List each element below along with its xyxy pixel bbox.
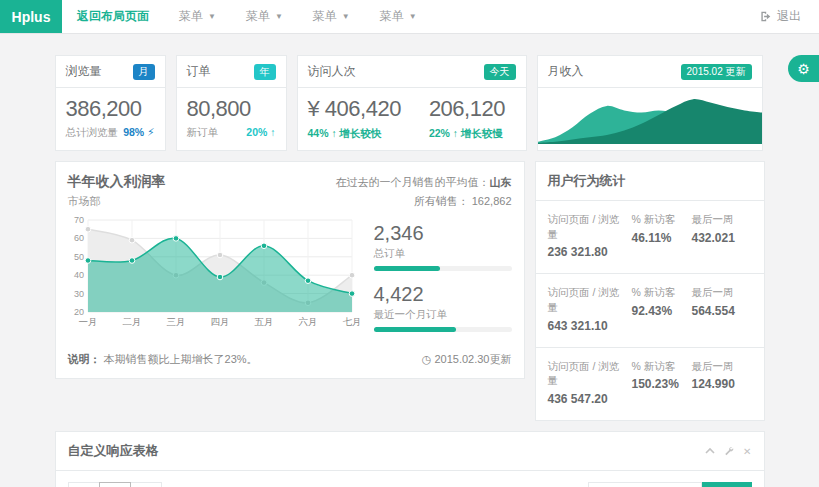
chevron-down-icon: ▼ bbox=[342, 13, 350, 21]
svg-text:六月: 六月 bbox=[298, 316, 317, 327]
table-panel-title: 自定义响应表格 bbox=[68, 442, 159, 460]
search-button[interactable]: 搜索 bbox=[702, 482, 752, 487]
nav-menu-3-label: 菜单 bbox=[313, 8, 337, 25]
row1-col1-value: 236 321.80 bbox=[548, 245, 626, 259]
chevron-down-icon: ▼ bbox=[409, 13, 417, 21]
page-content: 浏览量 月 386,200 总计浏览量 98% ⚡ 订单 年 80,800 新订… bbox=[55, 34, 765, 487]
row2-col1-value: 643 321.10 bbox=[548, 319, 626, 333]
row3-col1-label: 访问页面 / 浏览量 bbox=[548, 359, 626, 388]
chevron-down-icon: ▼ bbox=[275, 13, 283, 21]
svg-text:二月: 二月 bbox=[122, 316, 141, 327]
row2-col2-label: % 新访客 bbox=[632, 285, 692, 300]
collapse-icon[interactable] bbox=[705, 446, 715, 456]
user-stats-panel: 用户行为统计 访问页面 / 浏览量 236 321.80 % 新访客 46.11… bbox=[535, 161, 765, 421]
total-orders-value: 2,346 bbox=[374, 222, 512, 245]
total-orders-label: 总订单 bbox=[374, 247, 512, 261]
orders-delta: 20% bbox=[246, 126, 267, 138]
visits-right-delta: 22% bbox=[429, 127, 450, 139]
revenue-panel-title: 半年收入利润率 bbox=[68, 173, 166, 191]
card-pageviews: 浏览量 月 386,200 总计浏览量 98% ⚡ bbox=[55, 55, 166, 151]
brand-logo[interactable]: Hplus bbox=[0, 0, 62, 33]
top-navbar: Hplus 返回布局页面 菜单▼ 菜单▼ 菜单▼ 菜单▼ 退出 bbox=[0, 0, 819, 34]
card-orders-badge: 年 bbox=[254, 64, 276, 80]
row3-col3-value: 124.990 bbox=[692, 377, 752, 391]
monthly-income-area-chart bbox=[538, 88, 762, 144]
revenue-panel: 半年收入利润率 市场部 在过去的一个月销售的平均值：山东 所有销售： 162,8… bbox=[55, 161, 525, 379]
svg-text:30: 30 bbox=[73, 289, 83, 299]
pageviews-delta: 98% bbox=[123, 126, 144, 138]
nav-menu-1-label: 菜单 bbox=[179, 8, 203, 25]
visits-right-note: 增长较慢 bbox=[461, 127, 503, 139]
logout-link[interactable]: 退出 bbox=[742, 0, 819, 33]
orders-footnote: 新订单 bbox=[187, 126, 219, 140]
svg-text:40: 40 bbox=[73, 271, 83, 281]
wrench-icon[interactable] bbox=[724, 446, 734, 456]
month-orders-value: 4,422 bbox=[374, 283, 512, 306]
card-orders: 订单 年 80,800 新订单 20% ↑ bbox=[176, 55, 287, 151]
card-monthly-income-title: 月收入 bbox=[548, 63, 584, 80]
period-tab-group: 天 周 月 bbox=[68, 482, 162, 487]
row1-col1-label: 访问页面 / 浏览量 bbox=[548, 212, 626, 241]
gear-icon: ⚙ bbox=[797, 61, 810, 77]
row3-col2-value: 150.23% bbox=[632, 377, 692, 391]
logout-label: 退出 bbox=[777, 8, 801, 25]
close-icon[interactable]: ✕ bbox=[743, 446, 751, 457]
tab-month[interactable]: 月 bbox=[130, 482, 162, 487]
card-monthly-income: 月收入 2015.02 更新 bbox=[537, 55, 763, 151]
nav-menu-4-label: 菜单 bbox=[380, 8, 404, 25]
orders-value: 80,800 bbox=[187, 96, 276, 122]
row3-col3-label: 最后一周 bbox=[692, 359, 752, 374]
total-orders-progress bbox=[374, 266, 512, 271]
nav-menu-1[interactable]: 菜单▼ bbox=[164, 0, 231, 33]
svg-text:三月: 三月 bbox=[166, 316, 185, 327]
row3-col2-label: % 新访客 bbox=[632, 359, 692, 374]
sign-out-icon bbox=[760, 11, 771, 22]
nav-menu-4[interactable]: 菜单▼ bbox=[365, 0, 432, 33]
settings-button[interactable]: ⚙ bbox=[788, 55, 819, 82]
nav-home-link[interactable]: 返回布局页面 bbox=[62, 0, 164, 33]
user-stats-title: 用户行为统计 bbox=[536, 162, 764, 201]
avg-sales-label: 在过去的一个月销售的平均值： bbox=[336, 176, 490, 188]
all-sales-label: 所有销售： bbox=[414, 195, 469, 207]
responsive-table-panel: 自定义响应表格 ✕ 天 周 月 搜索 bbox=[55, 431, 765, 487]
svg-text:70: 70 bbox=[73, 215, 83, 225]
tab-week[interactable]: 周 bbox=[99, 482, 131, 487]
card-monthly-income-badge: 2015.02 更新 bbox=[681, 64, 752, 80]
row2-col3-value: 564.554 bbox=[692, 304, 752, 318]
tab-day[interactable]: 天 bbox=[68, 482, 100, 487]
card-orders-title: 订单 bbox=[187, 63, 211, 80]
card-pageviews-badge: 月 bbox=[133, 64, 155, 80]
row1-col2-label: % 新访客 bbox=[632, 212, 692, 227]
svg-text:一月: 一月 bbox=[78, 316, 97, 327]
svg-text:五月: 五月 bbox=[254, 316, 273, 327]
row2-col3-label: 最后一周 bbox=[692, 285, 752, 300]
updated-text: 2015.02.30更新 bbox=[434, 353, 511, 365]
nav-menu-2[interactable]: 菜单▼ bbox=[231, 0, 298, 33]
revenue-panel-subtitle: 市场部 bbox=[68, 194, 166, 209]
svg-text:七月: 七月 bbox=[342, 316, 360, 327]
row2-col1-label: 访问页面 / 浏览量 bbox=[548, 285, 626, 314]
all-sales-value: 162,862 bbox=[472, 195, 512, 207]
search-input[interactable] bbox=[588, 482, 702, 487]
user-stats-row: 访问页面 / 浏览量 643 321.10 % 新访客 92.43% 最后一周 … bbox=[536, 274, 764, 347]
revenue-line-chart: 203040506070一月二月三月四月五月六月七月 bbox=[68, 214, 360, 328]
row1-col3-value: 432.021 bbox=[692, 231, 752, 245]
month-orders-label: 最近一个月订单 bbox=[374, 308, 512, 322]
note-label: 说明： bbox=[68, 353, 101, 365]
pageviews-value: 386,200 bbox=[66, 96, 155, 122]
card-visits-title: 访问人次 bbox=[308, 63, 356, 80]
chevron-down-icon: ▼ bbox=[208, 13, 216, 21]
visits-revenue-value: ¥ 406,420 bbox=[308, 96, 401, 122]
nav-menu-3[interactable]: 菜单▼ bbox=[298, 0, 365, 33]
user-stats-row: 访问页面 / 浏览量 436 547.20 % 新访客 150.23% 最后一周… bbox=[536, 348, 764, 420]
row1-col2-value: 46.11% bbox=[632, 231, 692, 245]
row2-col2-value: 92.43% bbox=[632, 304, 692, 318]
nav-menu-2-label: 菜单 bbox=[246, 8, 270, 25]
level-up-icon: ↑ bbox=[270, 126, 275, 138]
visits-left-note: 增长较快 bbox=[340, 127, 382, 139]
card-visits: 访问人次 今天 ¥ 406,420 44% ↑ 增长较快 206,120 22%… bbox=[297, 55, 527, 151]
avg-sales-value: 山东 bbox=[490, 176, 512, 188]
svg-text:四月: 四月 bbox=[210, 316, 229, 327]
level-up-icon: ↑ bbox=[453, 127, 458, 139]
svg-text:50: 50 bbox=[73, 252, 83, 262]
